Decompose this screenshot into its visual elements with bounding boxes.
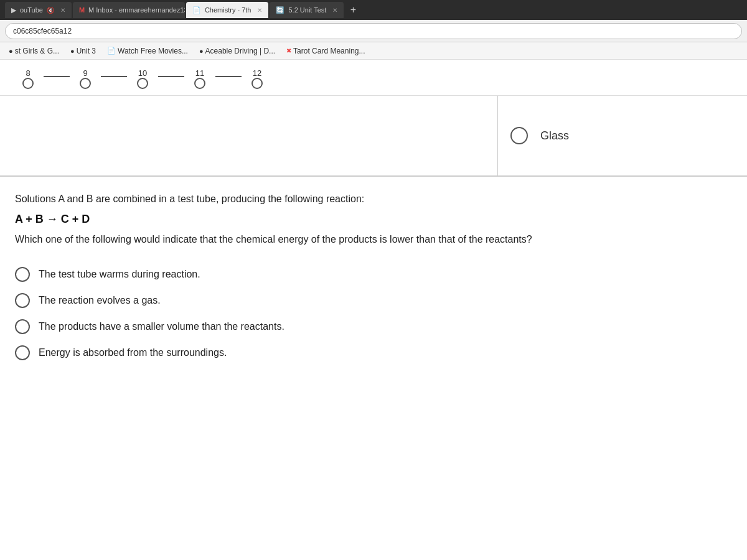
youtube-favicon: ▶ [11,6,16,14]
main-content: 8 9 10 [0,60,747,560]
bookmark-girls-label: st Girls & G... [15,47,59,55]
answer-options: The test tube warms during reaction. The… [0,267,747,360]
option-circle-0[interactable] [15,267,30,282]
bookmark-aceable[interactable]: ● Aceable Driving | D... [195,45,279,57]
new-tab-button[interactable]: + [345,2,361,18]
question-intro: Solutions A and B are combined in a test… [15,192,732,207]
bookmark-aceable-label: Aceable Driving | D... [205,47,276,55]
question-body: Which one of the following would indicat… [15,232,732,247]
tab-chemistry-close[interactable]: ✕ [257,7,262,14]
option-text-3: Energy is absorbed from the surroundings… [39,346,227,360]
tab-inbox-label: M Inbox - emmareehernandez13@... [88,6,185,14]
bookmark-unit3[interactable]: ● Unit 3 [67,45,100,57]
tab-unit-test-close[interactable]: ✕ [332,7,337,14]
question-right-panel: Glass [498,96,747,175]
tab-youtube-label: ouTube [20,6,43,14]
tab-chemistry[interactable]: 📄 Chemistry - 7th ✕ [186,2,269,18]
unit-test-favicon: 🔄 [276,6,284,14]
answer-option-2[interactable]: The products have a smaller volume than … [15,319,732,334]
chemistry-favicon: 📄 [192,6,201,14]
tab-chemistry-label: Chemistry - 7th [205,6,251,14]
tab-youtube[interactable]: ▶ ouTube 🔇 ✕ [5,2,72,18]
bookmark-movies[interactable]: 📄 Watch Free Movies... [103,45,192,57]
option-circle-3[interactable] [15,345,30,360]
answer-option-3[interactable]: Energy is absorbed from the surroundings… [15,345,732,360]
bookmark-unit3-icon: ● [70,47,75,55]
prog-line-10-11 [158,76,184,77]
bookmark-aceable-icon: ● [199,47,204,55]
prog-label-12: 12 [251,68,263,78]
prog-circle-9 [80,78,91,89]
bookmark-tarot-label: Tarot Card Meaning... [293,47,365,55]
question-display: Glass [0,96,747,177]
prog-label-10: 10 [136,68,149,78]
answer-display-circle [510,127,528,144]
bookmark-tarot[interactable]: ✖ Tarot Card Meaning... [283,45,369,57]
bookmark-girls[interactable]: ● st Girls & G... [5,45,63,57]
option-text-2: The products have a smaller volume than … [39,320,284,334]
browser-tab-bar: ▶ ouTube 🔇 ✕ M M Inbox - emmareehernande… [0,0,747,20]
tab-inbox[interactable]: M M Inbox - emmareehernandez13@... ✕ [73,2,185,18]
question-text-area: Solutions A and B are combined in a test… [0,177,747,267]
bookmarks-bar: ● st Girls & G... ● Unit 3 📄 Watch Free … [0,42,747,60]
reaction-equation: A + B → C + D [15,213,732,226]
prog-label-11: 11 [194,68,206,78]
progress-item-9: 9 [70,68,101,89]
question-left-panel [0,96,498,175]
prog-circle-11 [194,78,205,89]
bookmark-tarot-icon: ✖ [286,47,291,54]
answer-display-label: Glass [540,129,569,142]
tab-youtube-close[interactable]: ✕ [60,7,65,14]
bookmark-movies-icon: 📄 [107,47,116,55]
progress-area: 8 9 10 [0,60,747,96]
tab-unit-test-label: 5.2 Unit Test [288,6,326,14]
option-circle-1[interactable] [15,293,30,308]
option-text-1: The reaction evolves a gas. [39,294,161,307]
address-bar [0,20,747,42]
option-circle-2[interactable] [15,319,30,334]
answer-option-1[interactable]: The reaction evolves a gas. [15,293,732,308]
inbox-favicon: M [79,6,85,14]
prog-line-8-9 [44,76,70,77]
prog-circle-12 [251,78,263,89]
progress-item-11: 11 [184,68,215,89]
progress-row: 8 9 10 [12,68,735,89]
bookmark-unit3-label: Unit 3 [77,47,96,55]
tab-unit-test[interactable]: 🔄 5.2 Unit Test ✕ [270,2,344,18]
prog-label-9: 9 [79,68,92,78]
prog-line-9-10 [101,76,127,77]
prog-circle-8 [22,78,34,89]
progress-item-8: 8 [12,68,44,89]
prog-label-8: 8 [22,68,34,78]
tab-mute-icon: 🔇 [47,7,54,14]
address-input[interactable] [5,23,742,39]
progress-item-12: 12 [242,68,273,89]
option-text-0: The test tube warms during reaction. [39,268,200,281]
prog-circle-10 [137,78,148,89]
answer-option-0[interactable]: The test tube warms during reaction. [15,267,732,282]
prog-line-11-12 [215,76,242,77]
bookmark-girls-icon: ● [9,47,13,55]
bookmark-movies-label: Watch Free Movies... [118,47,188,55]
progress-item-10: 10 [127,68,158,89]
